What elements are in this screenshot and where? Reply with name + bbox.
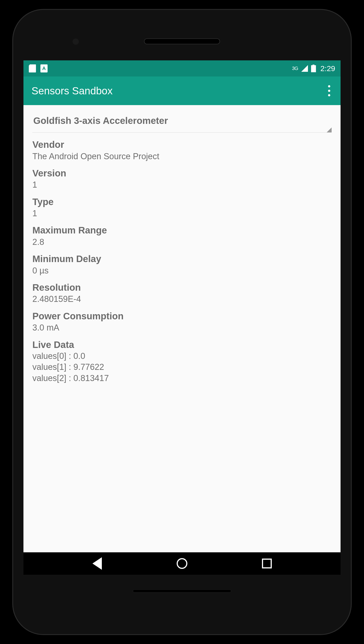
battery-icon: [311, 65, 316, 72]
keyboard-icon: A: [40, 64, 48, 72]
more-vert-icon: [328, 85, 330, 87]
field-vendor-label: Vendor: [32, 139, 332, 151]
field-max-range-label: Maximum Range: [32, 225, 332, 236]
field-type-value: 1: [32, 208, 332, 219]
phone-frame: A 3G 2:29 Sensors Sandbox Goldfish 3-axi…: [12, 9, 352, 635]
field-min-delay-value: 0 µs: [32, 265, 332, 276]
field-power: Power Consumption 3.0 mA: [32, 310, 332, 334]
network-type-label: 3G: [292, 66, 298, 71]
field-type: Type 1: [32, 196, 332, 219]
front-camera: [72, 39, 79, 45]
more-vert-icon: [328, 94, 330, 96]
app-title: Sensors Sandbox: [32, 85, 112, 97]
phone-speaker: [144, 39, 220, 44]
field-version: Version 1: [32, 167, 332, 191]
phone-speaker-bottom: [133, 589, 231, 593]
field-version-value: 1: [32, 179, 332, 190]
phone-top-bezel: [24, 22, 340, 60]
field-resolution-label: Resolution: [32, 282, 332, 294]
field-max-range: Maximum Range 2.8: [32, 225, 332, 248]
content-area: Goldfish 3-axis Accelerometer Vendor The…: [24, 105, 340, 397]
field-max-range-value: 2.8: [32, 236, 332, 248]
phone-bottom-bezel: [24, 575, 340, 597]
cellular-signal-icon: [301, 65, 308, 72]
app-bar: Sensors Sandbox: [24, 77, 340, 105]
back-icon: [92, 557, 102, 570]
overflow-menu-button[interactable]: [326, 83, 332, 99]
recents-button[interactable]: [260, 557, 274, 570]
field-live-data-label: Live Data: [32, 339, 332, 351]
field-min-delay: Minimum Delay 0 µs: [32, 253, 332, 276]
back-button[interactable]: [90, 557, 104, 570]
field-min-delay-label: Minimum Delay: [32, 253, 332, 265]
field-vendor: Vendor The Android Open Source Project: [32, 139, 332, 162]
live-value-1: values[1] : 9.77622: [32, 362, 332, 372]
field-power-label: Power Consumption: [32, 310, 332, 322]
sensor-selector-spinner[interactable]: Goldfish 3-axis Accelerometer: [32, 113, 332, 133]
live-value-0: values[0] : 0.0: [32, 351, 332, 362]
sd-card-icon: [29, 64, 36, 72]
home-icon: [177, 558, 187, 569]
field-type-label: Type: [32, 196, 332, 208]
field-version-label: Version: [32, 167, 332, 179]
live-value-2: values[2] : 0.813417: [32, 373, 332, 384]
home-button[interactable]: [175, 557, 189, 570]
status-bar: A 3G 2:29: [24, 60, 340, 77]
screen: A 3G 2:29 Sensors Sandbox Goldfish 3-axi…: [24, 60, 340, 575]
clock-label: 2:29: [320, 64, 335, 73]
field-live-data: Live Data values[0] : 0.0 values[1] : 9.…: [32, 339, 332, 384]
field-resolution: Resolution 2.480159E-4: [32, 282, 332, 305]
dropdown-arrow-icon: [327, 127, 332, 132]
status-left: A: [29, 64, 48, 72]
field-power-value: 3.0 mA: [32, 322, 332, 333]
sensor-selector-label: Goldfish 3-axis Accelerometer: [33, 115, 168, 126]
recents-icon: [262, 559, 272, 568]
navigation-bar: [24, 552, 340, 575]
field-vendor-value: The Android Open Source Project: [32, 151, 332, 162]
status-right: 3G 2:29: [292, 64, 335, 73]
more-vert-icon: [328, 90, 330, 92]
field-resolution-value: 2.480159E-4: [32, 293, 332, 305]
